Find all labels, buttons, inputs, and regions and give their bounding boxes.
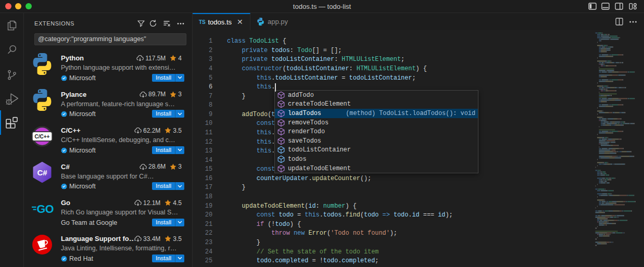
svg-text:C#: C# xyxy=(37,168,47,177)
svg-text:GO: GO xyxy=(37,203,54,215)
svg-text:C/C++: C/C++ xyxy=(35,133,50,139)
